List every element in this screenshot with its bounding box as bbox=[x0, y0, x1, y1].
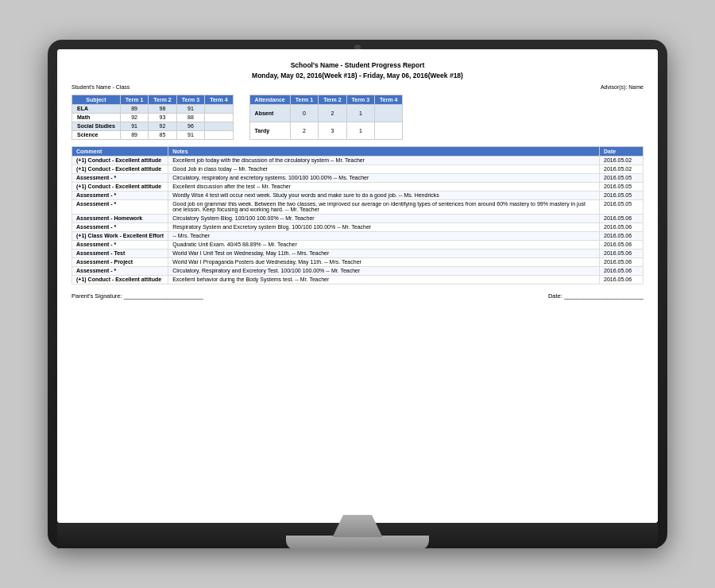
table-cell: Assessment - * bbox=[72, 240, 168, 249]
table-cell: Assessment - * bbox=[72, 173, 168, 182]
monitor-stand-neck bbox=[322, 515, 393, 537]
att-col-term2: Term 2 bbox=[319, 95, 346, 104]
table-row: Assessment - *Circulatory, Respiratory a… bbox=[72, 266, 644, 275]
table-row: Assessment - *Respiratory System and Exc… bbox=[72, 222, 644, 231]
table-cell: Circulatory, respiratory and excretory s… bbox=[168, 173, 600, 182]
table-cell: 1 bbox=[346, 104, 374, 122]
table-row: Math929388 bbox=[72, 113, 234, 122]
table-cell: 2016.05.06 bbox=[600, 240, 644, 249]
table-cell: 2016.05.06 bbox=[600, 222, 644, 231]
table-cell: World War I Unit Test on Wednesday, May … bbox=[168, 249, 600, 257]
table-cell: 2016.05.06 bbox=[600, 275, 644, 284]
report-subtitle: Student's Name - Class Advisor(s): Name bbox=[72, 84, 644, 90]
table-cell: 93 bbox=[149, 113, 176, 122]
table-row: Assessment - *Wordly Wise 4 test will oc… bbox=[72, 191, 644, 199]
table-cell: ELA bbox=[72, 104, 121, 113]
table-cell: 2016.05.05 bbox=[600, 191, 644, 199]
table-cell: Circulatory, Respiratory and Excretory T… bbox=[168, 266, 600, 275]
comments-table: Comment Notes Date (+1) Conduct - Excell… bbox=[72, 146, 644, 284]
table-cell: 92 bbox=[149, 122, 176, 130]
date-label: Date: ________________________ bbox=[548, 292, 644, 300]
table-cell: Respiratory System and Excretory system … bbox=[168, 222, 600, 231]
table-row: Social Studies919296 bbox=[72, 122, 234, 130]
table-cell: 2016.05.06 bbox=[600, 231, 644, 240]
table-cell bbox=[205, 104, 233, 113]
monitor-stand-base bbox=[286, 536, 429, 550]
grades-col-term2: Term 2 bbox=[149, 95, 176, 104]
title-line2: Monday, May 02, 2016(Week #18) - Friday,… bbox=[72, 71, 644, 81]
table-cell: 96 bbox=[176, 122, 204, 130]
table-row: Assessment - TestWorld War I Unit Test o… bbox=[72, 249, 644, 257]
table-cell: 91 bbox=[176, 104, 204, 113]
table-cell bbox=[375, 122, 403, 139]
grades-col-subject: Subject bbox=[72, 95, 121, 104]
table-cell: 0 bbox=[290, 104, 318, 122]
table-cell: Excellent behavior during the Body Syste… bbox=[168, 275, 600, 284]
grades-col-term1: Term 1 bbox=[120, 95, 148, 104]
tables-row: Subject Term 1 Term 2 Term 3 Term 4 ELA8… bbox=[72, 95, 644, 140]
table-cell: 1 bbox=[346, 122, 374, 139]
table-cell: (+1) Conduct - Excellent attitude bbox=[72, 156, 168, 164]
table-cell: Assessment - * bbox=[72, 191, 168, 199]
table-cell: Math bbox=[72, 113, 121, 122]
student-label: Student's Name - Class bbox=[72, 84, 129, 90]
table-cell: 98 bbox=[149, 104, 176, 113]
table-cell: (+1) Class Work - Excellent Effort bbox=[72, 231, 168, 240]
att-col-label: Attendance bbox=[249, 95, 290, 104]
table-cell: Assessment - Test bbox=[72, 249, 168, 257]
table-cell: Social Studies bbox=[72, 122, 121, 130]
signature-row: Parent's Signature: ____________________… bbox=[72, 292, 644, 300]
table-row: Science898591 bbox=[72, 130, 234, 139]
table-row: Absent021 bbox=[249, 104, 403, 122]
table-row: Assessment - HomeworkCirculatory System … bbox=[72, 214, 644, 222]
signature-label: Parent's Signature: ____________________… bbox=[72, 292, 203, 300]
comments-col-date: Date bbox=[600, 146, 644, 156]
table-cell: (+1) Conduct - Excellent attitude bbox=[72, 182, 168, 191]
table-cell: Excellent discussion after the test -- M… bbox=[168, 182, 600, 191]
table-cell: Wordly Wise 4 test will occur next week.… bbox=[168, 191, 600, 199]
table-cell: 89 bbox=[120, 130, 148, 139]
table-row: Assessment - *Good job on grammar this w… bbox=[72, 199, 644, 214]
table-cell: World War I Propaganda Posters due Wedne… bbox=[168, 257, 600, 266]
table-row: ELA899891 bbox=[72, 104, 234, 113]
table-cell: 91 bbox=[176, 130, 204, 139]
report-title: School's Name - Student Progress Report … bbox=[72, 60, 644, 81]
table-cell bbox=[205, 130, 233, 139]
table-cell: 89 bbox=[120, 104, 148, 113]
att-col-term1: Term 1 bbox=[290, 95, 318, 104]
table-cell: 2016.05.06 bbox=[600, 249, 644, 257]
table-cell: Assessment - Homework bbox=[72, 214, 168, 222]
table-cell: 2016.05.06 bbox=[600, 257, 644, 266]
screen-content: School's Name - Student Progress Report … bbox=[57, 49, 658, 523]
table-row: (+1) Conduct - Excellent attitudeExcelle… bbox=[72, 275, 644, 284]
table-cell: 2 bbox=[319, 104, 346, 122]
title-line1: School's Name - Student Progress Report bbox=[72, 60, 644, 71]
table-cell: 2016.05.05 bbox=[600, 173, 644, 182]
table-cell: 2 bbox=[290, 122, 318, 139]
att-col-term3: Term 3 bbox=[346, 95, 374, 104]
table-cell: 2016.05.02 bbox=[600, 164, 644, 173]
table-cell: -- Mrs. Teacher bbox=[168, 231, 600, 240]
table-cell: 85 bbox=[149, 130, 176, 139]
table-cell: Assessment - * bbox=[72, 199, 168, 214]
table-cell: Absent bbox=[249, 104, 290, 122]
comments-col-notes: Notes bbox=[168, 146, 600, 156]
table-cell: Assessment - Project bbox=[72, 257, 168, 266]
table-cell: Science bbox=[72, 130, 121, 139]
grades-col-term4: Term 4 bbox=[205, 95, 233, 104]
table-row: (+1) Conduct - Excellent attitudeExcelle… bbox=[72, 182, 644, 191]
monitor: School's Name - Student Progress Report … bbox=[48, 40, 667, 548]
table-cell bbox=[205, 122, 233, 130]
table-row: Assessment - *Circulatory, respiratory a… bbox=[72, 173, 644, 182]
table-cell: Excellent job today with the discussion … bbox=[168, 156, 600, 164]
table-cell: 3 bbox=[319, 122, 346, 139]
table-cell: (+1) Conduct - Excellent attitude bbox=[72, 164, 168, 173]
table-cell: 2016.05.02 bbox=[600, 156, 644, 164]
grades-table: Subject Term 1 Term 2 Term 3 Term 4 ELA8… bbox=[72, 95, 234, 140]
table-cell: 2016.05.06 bbox=[600, 214, 644, 222]
table-cell: Quadratic Unit Exam. 40/45 88.89% -- Mr.… bbox=[168, 240, 600, 249]
table-cell: Assessment - * bbox=[72, 266, 168, 275]
advisor-label: Advisor(s): Name bbox=[601, 84, 644, 90]
table-cell: 2016.05.06 bbox=[600, 266, 644, 275]
table-cell bbox=[375, 104, 403, 122]
